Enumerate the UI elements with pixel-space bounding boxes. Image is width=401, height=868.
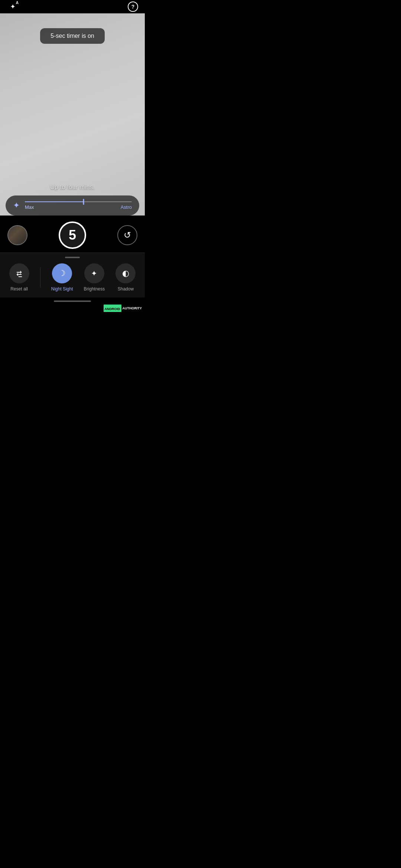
flip-camera-icon: ↺ [124,230,131,240]
slider-label-astro: Astro [121,204,132,210]
android-label: ANDROID [104,305,121,312]
night-sight-label: Night Sight [51,286,73,292]
home-bar [54,300,91,302]
auto-label: A [16,1,19,5]
slider-fill [25,201,84,202]
sparkle-flash-icon: ✦ [10,3,16,11]
flip-camera-button[interactable]: ↺ [117,225,137,245]
reset-all-icon-circle: ⇄̲ [9,263,29,283]
sparkle-icon: ✦ [13,201,20,210]
night-sight-icon: ☽ [58,269,66,278]
up-to-label: Up to four mins. [50,184,95,191]
reset-all-icon: ⇄̲ [16,269,22,277]
timer-toast: 5-sec timer is on [40,28,104,44]
authority-label: AUTHORITY [123,306,142,310]
mode-item-brightness[interactable]: ✦ Brightness [84,263,105,292]
mode-item-night-sight[interactable]: ☽ Night Sight [51,263,73,292]
viewfinder-bottom: Up to four mins. ✦ Max Astro [0,184,145,216]
help-button[interactable]: ? [128,1,138,12]
viewfinder[interactable]: 5-sec timer is on Up to four mins. ✦ Max… [0,13,145,216]
home-indicator [0,297,145,303]
brightness-icon-circle: ✦ [84,263,104,283]
mode-icons-row: ⇄̲ Reset all ☽ Night Sight ✦ Brightness [0,263,145,292]
brightness-icon: ✦ [91,269,97,278]
help-icon: ? [131,4,135,10]
mode-panel: ⇄̲ Reset all ☽ Night Sight ✦ Brightness [0,253,145,297]
night-sight-icon-circle: ☽ [52,263,72,283]
shadow-icon-circle: ◐ [115,263,136,283]
drag-handle[interactable] [65,257,80,258]
slider-label-max: Max [25,204,34,210]
gallery-thumbnail[interactable] [7,225,27,245]
top-bar: ✦ A ? [0,0,145,13]
night-exposure-slider[interactable]: ✦ Max Astro [6,195,139,216]
shadow-label: Shadow [118,286,134,292]
flash-auto-button[interactable]: ✦ A [7,1,19,13]
mode-item-reset-all[interactable]: ⇄̲ Reset all [9,263,29,292]
shadow-icon: ◐ [122,269,129,278]
slider-rail [25,201,132,202]
thumbnail-image [8,226,27,244]
slider-thumb [83,199,84,205]
shutter-button[interactable]: 5 [59,221,86,249]
bottom-controls: 5 ↺ [0,216,145,253]
brightness-label: Brightness [84,286,105,292]
slider-track[interactable]: Max Astro [25,201,132,210]
reset-all-label: Reset all [10,286,28,292]
slider-labels: Max Astro [25,204,132,210]
mode-divider [40,267,40,287]
watermark: ANDROID AUTHORITY [0,303,145,313]
mode-item-shadow[interactable]: ◐ Shadow [115,263,136,292]
app-container: ✦ A ? 5-sec timer is on Up to four mins.… [0,0,145,313]
countdown-label: 5 [69,227,76,243]
